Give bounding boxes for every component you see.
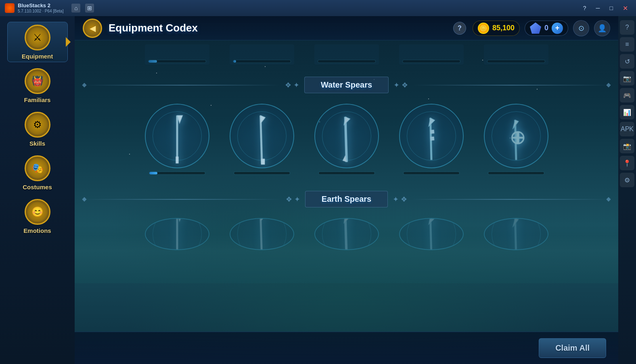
rs-stats-button[interactable]: 📊 [620,105,634,119]
svg-line-20 [237,218,285,250]
earth-spears-header: ❖ ✦ Earth Spears ✦ ❖ [83,191,610,207]
rs-apk-button[interactable]: APK [620,122,634,136]
svg-marker-4 [256,114,266,124]
equipment-label: Equipment [22,53,53,60]
item-circle-es5 [484,218,548,250]
progress-bar-ws3 [318,172,375,175]
costumes-icon: 🎭 [31,163,44,174]
svg-line-11 [430,130,434,134]
ornament-right-2: ✦ ❖ [393,195,407,204]
spear-svg-es5 [484,218,548,250]
layout-icon[interactable]: ⊞ [85,4,94,13]
help-button[interactable]: ? [453,22,466,35]
close-control[interactable]: ✕ [619,3,631,14]
section-line-left-2 [83,199,281,200]
svg-marker-1 [174,113,185,123]
item-circle-ws2 [230,104,294,168]
list-item[interactable] [310,218,383,250]
codex-scroll[interactable]: ❖ ✦ Water Spears ✦ ❖ [75,40,618,332]
water-spears-header: ❖ ✦ Water Spears ✦ ❖ [83,77,610,93]
skills-label: Skills [29,140,45,147]
ornament-right-1: ✦ ❖ [393,81,408,90]
spear-svg-ws4 [399,104,464,168]
add-gems-button[interactable]: + [552,23,563,34]
item-circle-ws1 [145,104,209,168]
svg-marker-7 [340,115,350,125]
list-item[interactable] [141,104,213,175]
top-progress-3 [318,60,376,63]
earth-spears-grid [83,214,610,258]
progress-bar-ws1 [149,172,205,175]
rs-location-button[interactable]: 📍 [620,156,634,170]
top-item-spear [145,44,209,65]
back-button[interactable]: ◀ [83,19,102,38]
list-item[interactable] [226,218,298,250]
spear-svg-es1 [145,218,209,250]
page-title: Equipment Codex [109,22,447,34]
rs-help-button[interactable]: ? [620,20,634,35]
familiars-icon: 👹 [31,75,44,87]
claim-bar: Claim All [75,332,618,364]
header-bar: ◀ Equipment Codex ? 🪙 85,100 0 + ⊙ 👤 [75,16,618,40]
item-circle-ws3 [314,104,379,168]
section-line-left-1 [83,85,280,86]
list-item[interactable] [310,104,383,175]
svg-marker-19 [174,218,185,222]
section-line-right-2 [412,199,610,200]
water-spears-title: Water Spears [304,77,389,93]
top-item-5 [480,44,552,65]
gem-display: 0 + [525,21,568,36]
help-control[interactable]: ? [580,3,590,13]
sidebar-item-equipment[interactable]: ⚔ Equipment [7,22,68,62]
svg-line-6 [323,117,368,162]
active-arrow [66,37,71,47]
svg-line-18 [153,218,201,250]
spear-svg-ws2 [230,104,294,168]
list-item[interactable] [395,218,468,250]
list-item[interactable] [395,104,468,175]
app-logo [5,3,15,13]
title-bar-icons: ⌂ ⊞ [71,4,94,13]
spear-svg-ws5 [484,104,548,168]
window-controls: ? ─ □ ✕ [580,3,631,14]
list-item[interactable] [480,218,552,250]
sidebar-item-familiars[interactable]: 👹 Familiars [7,65,68,106]
rs-settings-button[interactable]: ⚙ [620,173,634,187]
spear-svg-ws3 [314,104,379,168]
top-item-spear-5 [484,44,548,65]
rs-controller-button[interactable]: 🎮 [620,88,634,103]
top-items-partial [83,44,610,69]
equipment-icon-bg: ⚔ [25,25,50,50]
sidebar-item-skills[interactable]: ⚙ Skills [7,109,68,149]
top-item-spear-4 [399,44,464,65]
progress-bar-ws5 [488,172,544,175]
top-item-spear-3 [314,44,379,65]
list-item[interactable] [480,104,552,175]
profile-icon[interactable]: 👤 [594,20,610,36]
rs-camera-button[interactable]: 📷 [620,71,634,86]
claim-all-button[interactable]: Claim All [539,338,606,358]
top-item-2 [226,44,298,65]
rs-menu-button[interactable]: ≡ [620,37,634,52]
list-item[interactable] [141,218,213,250]
familiars-label: Familiars [24,96,51,103]
rs-rotate-button[interactable]: ↺ [620,54,634,69]
section-line-right-1 [413,85,610,86]
svg-line-2 [174,157,180,163]
restore-control[interactable]: □ [607,3,616,13]
top-item-4 [395,44,468,65]
minimize-control[interactable]: ─ [593,3,603,13]
svg-marker-25 [425,218,435,224]
emotions-label: Emotions [23,227,51,234]
item-circle-es1 [145,218,209,250]
app-info: BlueStacks 2 5.7.110.1002 · P64 [Beta] [18,2,63,14]
svg-line-0 [153,115,201,163]
sidebar-item-emotions[interactable]: 😊 Emotions [7,196,68,236]
earth-spears-title: Earth Spears [305,191,388,207]
home-icon[interactable]: ⌂ [71,4,80,13]
settings-icon[interactable]: ⊙ [573,20,589,36]
sidebar-item-costumes[interactable]: 🎭 Costumes [7,153,68,193]
list-item[interactable] [226,104,298,175]
water-spears-grid [83,100,610,183]
rs-screenshot-button[interactable]: 📸 [620,139,634,153]
